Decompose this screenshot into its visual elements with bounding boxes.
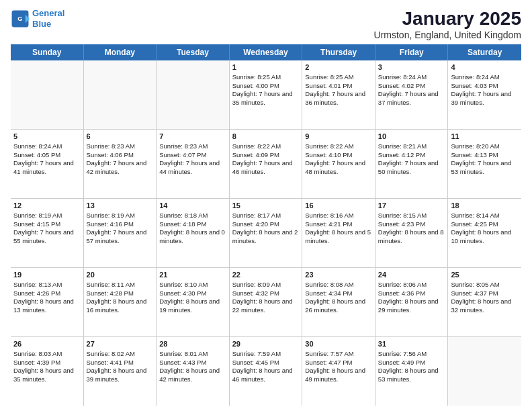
day-info: Daylight: 8 hours and 5 minutes. — [305, 228, 372, 246]
day-info: Daylight: 8 hours and 10 minutes. — [451, 228, 519, 246]
day-info: Sunset: 4:36 PM — [378, 289, 445, 298]
day-info: Daylight: 7 hours and 46 minutes. — [232, 159, 300, 177]
day-number: 13 — [87, 201, 154, 211]
title-block: January 2025 Urmston, England, United Ki… — [374, 8, 521, 40]
day-info: Daylight: 7 hours and 35 minutes. — [232, 90, 300, 107]
day-info: Sunrise: 8:24 AM — [451, 73, 519, 82]
day-info: Sunset: 4:23 PM — [378, 220, 445, 229]
calendar-cell — [448, 337, 521, 406]
day-info: Daylight: 8 hours and 49 minutes. — [305, 367, 372, 384]
day-header-monday: Monday — [84, 44, 157, 60]
day-number: 26 — [13, 339, 81, 349]
calendar-cell: 4Sunrise: 8:24 AMSunset: 4:03 PMDaylight… — [448, 60, 521, 129]
calendar-cell: 28Sunrise: 8:01 AMSunset: 4:43 PMDayligh… — [157, 337, 230, 406]
day-info: Sunset: 4:16 PM — [87, 220, 154, 229]
day-info: Sunrise: 8:25 AM — [232, 73, 300, 82]
day-info: Sunrise: 8:25 AM — [305, 73, 372, 82]
calendar-cell: 10Sunrise: 8:21 AMSunset: 4:12 PMDayligh… — [375, 130, 449, 198]
day-info: Sunrise: 8:23 AM — [87, 142, 154, 151]
day-info: Sunrise: 8:20 AM — [451, 142, 519, 151]
day-number: 28 — [159, 339, 226, 349]
day-number: 9 — [305, 132, 372, 142]
day-info: Sunrise: 8:03 AM — [13, 350, 81, 359]
day-number: 21 — [159, 270, 226, 280]
day-info: Daylight: 8 hours and 39 minutes. — [87, 367, 154, 384]
calendar-cell: 11Sunrise: 8:20 AMSunset: 4:13 PMDayligh… — [448, 130, 521, 198]
day-number: 5 — [13, 132, 81, 142]
logo-text: General Blue — [32, 8, 64, 29]
day-info: Daylight: 8 hours and 46 minutes. — [232, 367, 300, 384]
calendar-cell: 19Sunrise: 8:13 AMSunset: 4:26 PMDayligh… — [11, 268, 84, 336]
main-title: January 2025 — [374, 8, 521, 30]
calendar-body: 1Sunrise: 8:25 AMSunset: 4:00 PMDaylight… — [11, 60, 521, 406]
day-info: Sunset: 4:47 PM — [305, 359, 372, 367]
day-number: 10 — [378, 132, 445, 142]
day-number: 17 — [378, 201, 445, 211]
day-info: Sunrise: 8:02 AM — [87, 350, 154, 359]
calendar-row-1: 1Sunrise: 8:25 AMSunset: 4:00 PMDaylight… — [11, 60, 521, 130]
logo-line1: General — [32, 8, 64, 18]
calendar: SundayMondayTuesdayWednesdayThursdayFrid… — [11, 44, 521, 406]
calendar-row-3: 12Sunrise: 8:19 AMSunset: 4:15 PMDayligh… — [11, 199, 521, 268]
day-info: Sunset: 4:10 PM — [305, 151, 372, 160]
day-number: 12 — [13, 201, 81, 211]
calendar-cell: 29Sunrise: 7:59 AMSunset: 4:45 PMDayligh… — [230, 337, 303, 406]
calendar-cell: 12Sunrise: 8:19 AMSunset: 4:15 PMDayligh… — [11, 199, 84, 267]
day-number: 2 — [305, 62, 372, 73]
day-number: 4 — [451, 62, 519, 73]
day-info: Sunset: 4:13 PM — [451, 151, 519, 160]
calendar-cell: 3Sunrise: 8:24 AMSunset: 4:02 PMDaylight… — [375, 60, 449, 129]
logo-icon: G — [11, 9, 30, 28]
day-number: 23 — [305, 270, 372, 280]
day-info: Sunrise: 8:05 AM — [451, 281, 519, 289]
logo-line2: Blue — [32, 19, 51, 29]
day-info: Daylight: 8 hours and 32 minutes. — [451, 298, 519, 315]
svg-text:G: G — [17, 15, 22, 22]
day-info: Sunrise: 8:18 AM — [159, 212, 226, 220]
day-info: Daylight: 8 hours and 19 minutes. — [159, 298, 226, 315]
calendar-cell: 8Sunrise: 8:22 AMSunset: 4:09 PMDaylight… — [230, 130, 303, 198]
day-number: 30 — [305, 339, 372, 349]
day-info: Daylight: 7 hours and 42 minutes. — [87, 159, 154, 177]
day-info: Sunset: 4:15 PM — [13, 220, 81, 229]
day-info: Daylight: 8 hours and 29 minutes. — [378, 298, 445, 315]
day-number: 25 — [451, 270, 519, 280]
day-info: Sunset: 4:34 PM — [305, 289, 372, 298]
day-info: Sunrise: 8:19 AM — [13, 212, 81, 220]
day-info: Sunrise: 8:17 AM — [232, 212, 300, 220]
day-info: Sunrise: 8:23 AM — [159, 142, 226, 151]
day-info: Sunset: 4:00 PM — [232, 82, 300, 91]
calendar-cell: 13Sunrise: 8:19 AMSunset: 4:16 PMDayligh… — [84, 199, 157, 267]
day-number: 16 — [305, 201, 372, 211]
day-info: Daylight: 7 hours and 44 minutes. — [159, 159, 226, 177]
day-number: 6 — [87, 132, 154, 142]
day-info: Daylight: 8 hours and 22 minutes. — [232, 298, 300, 315]
day-header-tuesday: Tuesday — [157, 44, 230, 60]
day-info: Sunrise: 8:21 AM — [378, 142, 445, 151]
day-number: 3 — [378, 62, 445, 73]
day-info: Sunset: 4:18 PM — [159, 220, 226, 229]
calendar-row-5: 26Sunrise: 8:03 AMSunset: 4:39 PMDayligh… — [11, 337, 521, 406]
day-info: Sunrise: 7:57 AM — [305, 350, 372, 359]
day-number: 20 — [87, 270, 154, 280]
day-number: 11 — [451, 132, 519, 142]
day-info: Daylight: 8 hours and 0 minutes. — [159, 228, 226, 246]
calendar-cell: 27Sunrise: 8:02 AMSunset: 4:41 PMDayligh… — [84, 337, 157, 406]
day-header-wednesday: Wednesday — [230, 44, 303, 60]
day-info: Sunset: 4:39 PM — [13, 359, 81, 367]
day-number: 22 — [232, 270, 300, 280]
day-info: Daylight: 8 hours and 26 minutes. — [305, 298, 372, 315]
day-number: 24 — [378, 270, 445, 280]
day-info: Daylight: 7 hours and 39 minutes. — [451, 90, 519, 107]
day-info: Sunrise: 8:01 AM — [159, 350, 226, 359]
day-info: Sunset: 4:32 PM — [232, 289, 300, 298]
calendar-cell: 30Sunrise: 7:57 AMSunset: 4:47 PMDayligh… — [302, 337, 375, 406]
calendar-cell: 24Sunrise: 8:06 AMSunset: 4:36 PMDayligh… — [375, 268, 449, 336]
day-info: Sunset: 4:49 PM — [378, 359, 445, 367]
day-header-thursday: Thursday — [302, 44, 375, 60]
day-info: Sunset: 4:12 PM — [378, 151, 445, 160]
calendar-cell: 6Sunrise: 8:23 AMSunset: 4:06 PMDaylight… — [84, 130, 157, 198]
day-info: Daylight: 8 hours and 53 minutes. — [378, 367, 445, 384]
day-info: Sunrise: 8:15 AM — [378, 212, 445, 220]
day-info: Daylight: 8 hours and 8 minutes. — [378, 228, 445, 246]
